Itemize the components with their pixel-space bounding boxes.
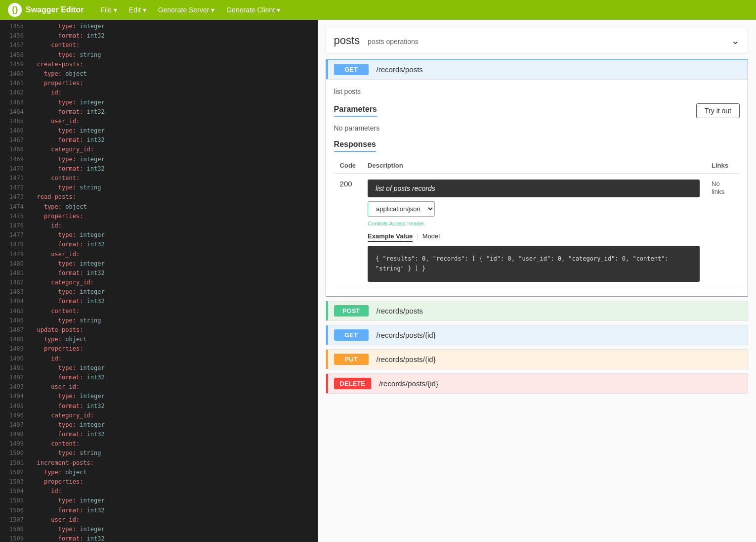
code-line: 1484 format: int32 — [0, 297, 318, 306]
line-number: 1507 — [4, 515, 24, 525]
line-number: 1477 — [4, 230, 24, 240]
line-number: 1484 — [4, 297, 24, 306]
line-number: 1459 — [4, 60, 24, 69]
line-content: type: integer — [30, 98, 314, 107]
code-line: 1455 type: integer — [0, 22, 318, 31]
col-code: Code — [334, 158, 362, 174]
response-links-cell: No links — [706, 174, 740, 288]
code-line: 1481 format: int32 — [0, 269, 318, 278]
line-content: type: object — [30, 69, 314, 79]
json-val-results: 0 — [422, 255, 425, 262]
response-description-cell: list of posts records application/json C… — [362, 174, 706, 288]
code-editor[interactable]: 1455 type: integer1456 format: int321457… — [0, 20, 318, 542]
endpoint-post-header[interactable]: POST /records/posts — [326, 301, 748, 320]
endpoint-expanded-body: list posts Parameters Try it out No para… — [326, 79, 748, 296]
line-content: type: string — [30, 316, 314, 325]
responses-section: Responses Code Description Links — [334, 140, 740, 288]
code-line: 1497 type: integer — [0, 420, 318, 430]
endpoint-delete-records-posts-id: DELETE /records/posts/{id} — [326, 373, 748, 394]
section-title-group: posts posts operations — [334, 34, 419, 47]
json-val-content: "string" — [376, 265, 404, 272]
code-line: 1461 properties: — [0, 79, 318, 88]
json-key-category-id: "category_id": — [568, 255, 622, 262]
endpoint-expanded-header[interactable]: GET /records/posts — [326, 60, 748, 79]
menu-edit[interactable]: Edit ▾ — [124, 3, 151, 17]
line-content: type: integer — [30, 420, 314, 430]
line-content: properties: — [30, 344, 314, 354]
line-number: 1509 — [4, 534, 24, 542]
method-badge-delete: DELETE — [334, 378, 371, 389]
json-key-user-id: "user_id": — [518, 255, 557, 262]
col-description: Description — [362, 158, 706, 174]
code-line: 1476 id: — [0, 221, 318, 230]
code-line: 1500 type: string — [0, 449, 318, 458]
chevron-down-icon[interactable]: ⌄ — [731, 35, 740, 46]
endpoint-path-delete-posts-id: /records/posts/{id} — [379, 379, 438, 388]
method-badge-get-id: GET — [334, 329, 369, 341]
line-number: 1495 — [4, 402, 24, 411]
line-number: 1474 — [4, 202, 24, 212]
media-type-select[interactable]: application/json — [368, 201, 435, 217]
line-content: type: object — [30, 335, 314, 344]
code-line: 1474 type: object — [0, 202, 318, 212]
line-number: 1467 — [4, 136, 24, 145]
code-line: 1458 type: string — [0, 50, 318, 60]
tab-model[interactable]: Model — [422, 232, 440, 242]
endpoint-get-id-header[interactable]: GET /records/posts/{id} — [326, 325, 748, 345]
code-line: 1494 type: integer — [0, 392, 318, 401]
parameters-label: Parameters — [334, 105, 377, 117]
line-number: 1458 — [4, 50, 24, 60]
line-content: format: int32 — [30, 297, 314, 306]
tab-divider: | — [417, 232, 419, 242]
code-line: 1507 user_id: — [0, 515, 318, 525]
line-number: 1478 — [4, 240, 24, 249]
line-content: format: int32 — [30, 373, 314, 382]
line-content: category_id: — [30, 411, 314, 420]
code-line: 1492 format: int32 — [0, 373, 318, 382]
line-content: id: — [30, 354, 314, 363]
menu-generate-server[interactable]: Generate Server ▾ — [153, 3, 219, 17]
endpoint-description: list posts — [334, 88, 740, 95]
code-line: 1460 type: object — [0, 69, 318, 79]
endpoint-delete-header[interactable]: DELETE /records/posts/{id} — [326, 374, 748, 393]
menu-file[interactable]: File ▾ — [95, 3, 122, 17]
line-content: format: int32 — [30, 136, 314, 145]
code-line: 1498 format: int32 — [0, 430, 318, 439]
method-badge-post: POST — [334, 305, 369, 316]
code-line: 1463 type: integer — [0, 98, 318, 107]
try-it-out-button[interactable]: Try it out — [696, 103, 740, 118]
line-content: type: integer — [30, 155, 314, 164]
json-val-id: 0 — [508, 255, 511, 262]
json-example: { "results": 0, "records": [ { "id": 0, … — [368, 246, 700, 282]
code-line: 1457 content: — [0, 41, 318, 50]
line-content: user_id: — [30, 515, 314, 525]
code-line: 1488 type: object — [0, 335, 318, 344]
code-line: 1487 update-posts: — [0, 325, 318, 335]
line-content: type: object — [30, 202, 314, 212]
line-number: 1466 — [4, 126, 24, 136]
line-number: 1505 — [4, 496, 24, 505]
posts-section-header[interactable]: posts posts operations ⌄ — [326, 28, 748, 53]
json-key-results: "results": — [383, 255, 422, 262]
navbar-menu: File ▾ Edit ▾ Generate Server ▾ Generate… — [95, 3, 285, 17]
line-content: format: int32 — [30, 269, 314, 278]
tab-example-value[interactable]: Example Value — [368, 232, 413, 242]
code-line: 1499 content: — [0, 439, 318, 449]
code-line: 1469 type: integer — [0, 155, 318, 164]
code-line: 1490 id: — [0, 354, 318, 363]
endpoint-put-records-posts-id: PUT /records/posts/{id} — [326, 349, 748, 369]
line-number: 1480 — [4, 259, 24, 269]
code-line: 1489 properties: — [0, 344, 318, 354]
line-number: 1502 — [4, 468, 24, 477]
section-title: posts — [334, 34, 360, 46]
endpoint-put-header[interactable]: PUT /records/posts/{id} — [326, 350, 748, 369]
code-line: 1504 id: — [0, 487, 318, 496]
line-number: 1508 — [4, 525, 24, 534]
line-number: 1500 — [4, 449, 24, 458]
line-content: type: integer — [30, 126, 314, 136]
menu-generate-client[interactable]: Generate Client ▾ — [221, 3, 285, 17]
code-line: 1468 category_id: — [0, 145, 318, 154]
line-number: 1471 — [4, 174, 24, 183]
line-content: format: int32 — [30, 240, 314, 249]
line-content: read-posts: — [30, 192, 314, 202]
